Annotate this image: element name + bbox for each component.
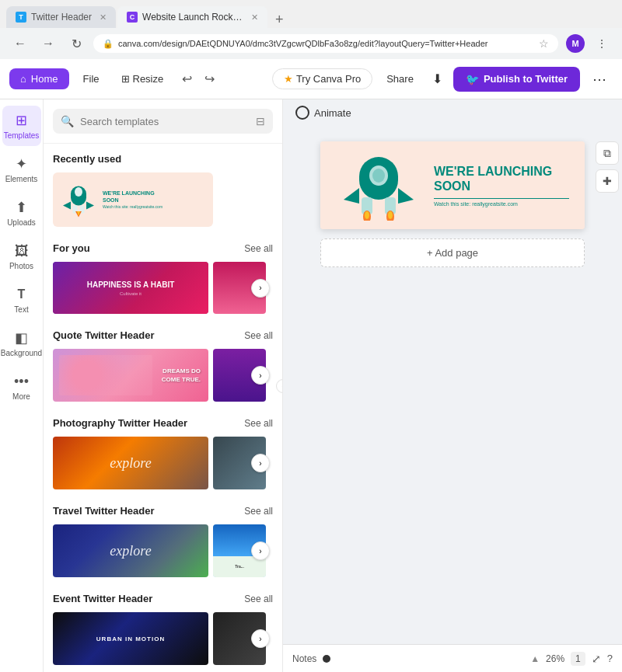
quote-see-all[interactable]: See all [244,330,273,341]
tab-close-twitter[interactable]: ✕ [100,12,107,23]
nav-bar: ← → ↻ 🔒 canva.com/design/DAEtQDNUYA0/dmc… [0,28,622,59]
template-card-foryou-1[interactable]: HAPPINESS IS A HABIT Cultivate it [53,262,208,314]
uploads-label: Uploads [7,218,36,227]
sidebar-item-text[interactable]: T Text [2,280,41,320]
add-page-button[interactable]: + Add page [320,239,585,267]
templates-panel: 🔍 ⊟ Recently used [44,99,283,672]
animate-icon [295,106,309,120]
recently-used-strip: WE'RE LAUNCHING SOON Watch this site: re… [53,172,273,227]
search-input[interactable] [80,116,250,127]
quote-card-text: DREAMS DOCOME TRUE. [162,367,201,384]
share-button[interactable]: Share [379,68,421,89]
section-header-travel: Travel Twitter Header See all [53,505,273,517]
canvas-scroll-area[interactable]: ⧉ ✚ [283,126,622,672]
tab-bar: T Twitter Header ✕ C Website Launch Rock… [0,0,622,28]
tab-canva[interactable]: C Website Launch Rocketship Twi... ✕ [117,6,267,28]
template-card-recent-1[interactable]: WE'RE LAUNCHING SOON Watch this site: re… [53,172,213,227]
more-label: More [12,392,30,401]
avatar: M [566,34,585,53]
section-recently-used: Recently used [44,144,282,233]
more-options-button[interactable]: ⋯ [586,68,613,91]
animate-button[interactable]: Animate [295,106,351,120]
resize-label: Resize [133,73,164,85]
home-icon: ⌂ [20,73,26,85]
tab-favicon-twitter: T [16,12,26,23]
publish-button[interactable]: 🐦 Publish to Twitter [453,67,580,92]
tab-close-canva[interactable]: ✕ [251,12,258,23]
event-next-button[interactable]: › [251,629,270,648]
add-canvas-button[interactable]: ✚ [596,169,619,193]
template-card-photo-1[interactable]: explore [53,437,208,489]
photography-header-title: Photography Twitter Header [53,417,187,429]
recently-used-title: Recently used [53,153,121,165]
section-header-photography: Photography Twitter Header See all [53,417,273,429]
svg-point-16 [365,211,369,219]
sidebar-item-background[interactable]: ◧ Background [2,323,41,364]
sidebar-item-elements[interactable]: ✦ Elements [2,149,41,190]
recent-card-soon: SOON [103,197,162,203]
photos-icon: 🖼 [13,242,30,259]
sidebar-item-uploads[interactable]: ⬆ Uploads [2,193,41,233]
reload-button[interactable]: ↻ [65,33,87,54]
star-pro-icon: ★ [284,73,293,85]
redo-button[interactable]: ↪ [200,68,219,89]
template-card-travel-1[interactable]: explore [53,524,208,577]
travel-header-title: Travel Twitter Header [53,505,155,517]
resize-button[interactable]: ⊞ Resize [114,68,172,89]
photography-next-button[interactable]: › [251,454,270,472]
rocket-design: WE'RE LAUNCHING SOON Watch this site: re… [320,141,585,229]
download-button[interactable]: ⬇ [428,67,447,91]
quote-header-title: Quote Twitter Header [53,329,155,341]
photo-card-text: explore [110,455,151,472]
sidebar-item-photos[interactable]: 🖼 Photos [2,236,41,277]
search-icon: 🔍 [61,115,74,127]
sidebar-item-templates[interactable]: ⊞ Templates [2,106,41,146]
address-bar[interactable]: 🔒 canva.com/design/DAEtQDNUYA0/dmc3tVZgc… [93,34,558,53]
nav-profile-button[interactable]: M [564,33,586,54]
bottom-bar: Notes ▲ 26% 1 ⤢ ? [283,644,622,672]
quote-strip: DREAMS DOCOME TRUE. › [53,349,273,402]
canvas-title-1: WE'RE LAUNCHING [434,164,569,179]
tab-twitter-header[interactable]: T Twitter Header ✕ [6,6,116,28]
publish-label: Publish to Twitter [484,73,568,85]
quote-next-button[interactable]: › [251,366,270,385]
new-tab-button[interactable]: + [269,12,290,28]
canva-pro-label: Try Canva Pro [296,73,361,85]
photography-strip: explore › [53,437,273,489]
star-icon[interactable]: ☆ [539,37,549,50]
elements-icon: ✦ [13,155,30,172]
file-button[interactable]: File [75,68,107,89]
section-header-recently-used: Recently used [53,153,273,165]
background-label: Background [1,349,42,357]
filter-icon[interactable]: ⊟ [256,115,265,127]
recent-card-title: WE'RE LAUNCHING [103,190,162,197]
search-bar[interactable]: 🔍 ⊟ [53,109,273,134]
template-card-quote-1[interactable]: DREAMS DOCOME TRUE. [53,349,208,402]
travel-next-button[interactable]: › [251,541,270,560]
fullscreen-button[interactable]: ⤢ [592,653,601,665]
home-button[interactable]: ⌂ Home [9,68,69,89]
for-you-strip: HAPPINESS IS A HABIT Cultivate it › [53,262,273,314]
twitter-icon: 🐦 [466,73,479,85]
template-card-event-1[interactable]: URBAN IN MOTION [53,612,208,665]
event-see-all[interactable]: See all [244,594,273,604]
help-button[interactable]: ? [607,653,613,664]
notes-button[interactable]: Notes [292,653,316,664]
main-layout: ⊞ Templates ✦ Elements ⬆ Uploads 🖼 Photo… [0,99,622,672]
back-button[interactable]: ← [9,33,31,54]
svg-point-5 [75,187,82,197]
travel-strip: explore Tra... › [53,524,273,577]
sidebar-item-more[interactable]: ••• More [2,367,41,407]
photography-see-all[interactable]: See all [244,418,273,429]
undo-button[interactable]: ↩ [177,68,197,89]
canvas-subtitle: Watch this site: reallygreatsite.com [434,198,569,207]
for-you-next-button[interactable]: › [251,279,270,298]
scroll-up-button[interactable]: ▲ [530,653,540,664]
forward-button[interactable]: → [37,33,59,54]
nav-more-button[interactable]: ⋮ [591,33,613,54]
travel-see-all[interactable]: See all [244,506,273,517]
for-you-see-all[interactable]: See all [244,243,273,254]
canvas-page[interactable]: WE'RE LAUNCHING SOON Watch this site: re… [320,141,585,229]
canva-pro-button[interactable]: ★ Try Canva Pro [272,68,372,89]
duplicate-canvas-button[interactable]: ⧉ [596,141,619,165]
